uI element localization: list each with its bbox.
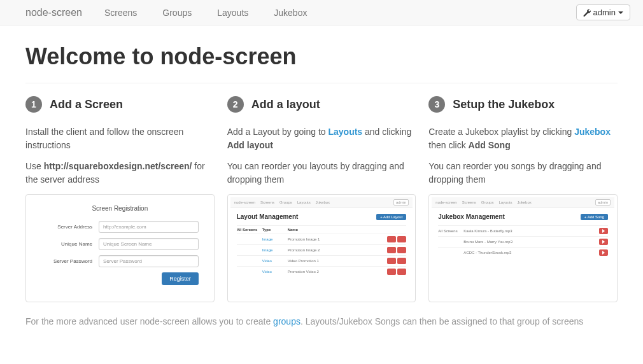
step-3: 3 Setup the Jukebox Create a Jukebox pla… — [428, 96, 618, 302]
step-num-2: 2 — [227, 96, 244, 113]
admin-label: admin — [593, 8, 616, 17]
mini-add-layout: + Add Layout — [376, 214, 406, 220]
step-2: 2 Add a layout Add a Layout by going to … — [227, 96, 416, 302]
reg-input-name: Unique Screen Name — [99, 238, 199, 250]
reg-label-password: Server Password — [41, 258, 92, 264]
step-title-1: Add a Screen — [50, 98, 123, 111]
step-num-3: 3 — [428, 96, 445, 113]
wrench-icon — [583, 9, 591, 17]
page-header: Welcome to node-screen — [25, 25, 618, 83]
nav-link-layouts[interactable]: Layouts — [204, 1, 261, 24]
step-3-text-2: You can reorder you songs by dragging an… — [428, 160, 618, 186]
nav-link-jukebox[interactable]: Jukebox — [261, 1, 320, 24]
mini-add-song: + Add Song — [581, 214, 608, 220]
steps-row: 1 Add a Screen Install the client and fo… — [25, 83, 618, 302]
navbar: node-screen Screens Groups Layouts Jukeb… — [0, 0, 643, 25]
reg-label-server: Server Address — [41, 224, 92, 230]
step-2-text-1: Add a Layout by going to Layouts and cli… — [227, 125, 416, 152]
step-1-text-2: Use http://squareboxdesign.net/screen/ f… — [25, 160, 215, 186]
step-1-text-1: Install the client and follow the onscre… — [25, 125, 215, 152]
step-num-1: 1 — [25, 96, 42, 113]
step-1: 1 Add a Screen Install the client and fo… — [25, 96, 215, 302]
step-title-2: Add a layout — [251, 98, 320, 111]
step-3-text-1: Create a Jukebox playlist by clicking Ju… — [428, 125, 618, 152]
nav-link-groups[interactable]: Groups — [150, 1, 204, 24]
admin-dropdown[interactable]: admin — [576, 4, 630, 20]
link-jukebox[interactable]: Jukebox — [574, 127, 611, 137]
screenshot-layout: node-screen Screens Groups Layouts Jukeb… — [227, 194, 416, 302]
page-title: Welcome to node-screen — [25, 43, 618, 70]
screenshot-registration: Screen Registration Server Address http:… — [25, 194, 215, 302]
nav-link-screens[interactable]: Screens — [92, 1, 150, 24]
step-2-text-2: You can reorder you layouts by dragging … — [227, 160, 416, 186]
brand-link[interactable]: node-screen — [13, 7, 92, 18]
mini-layout-title: Layout Management — [237, 213, 299, 220]
reg-input-password: Server Password — [99, 255, 199, 267]
link-groups[interactable]: groups — [273, 316, 300, 326]
mini-jukebox-title: Jukebox Management — [438, 213, 504, 220]
reg-label-name: Unique Name — [41, 241, 92, 247]
reg-button: Register — [162, 272, 199, 285]
nav-left: node-screen Screens Groups Layouts Jukeb… — [13, 1, 320, 24]
reg-input-server: http://example.com — [99, 221, 199, 233]
footer-text: For the more advanced user node-screen a… — [25, 302, 618, 341]
step-title-3: Setup the Jukebox — [453, 98, 555, 111]
caret-down-icon — [618, 11, 623, 14]
link-layouts[interactable]: Layouts — [328, 127, 362, 137]
reg-title: Screen Registration — [41, 205, 199, 212]
screenshot-jukebox: node-screen Screens Groups Layouts Jukeb… — [428, 194, 618, 302]
